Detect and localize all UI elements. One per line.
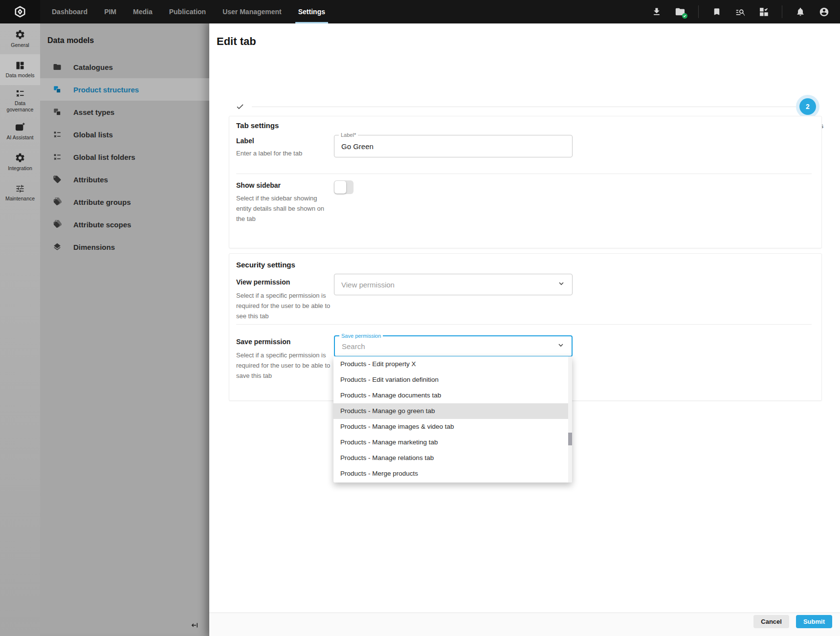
app-root: Dashboard PIM Media Publication User Man… <box>0 0 840 636</box>
bookmark-icon[interactable] <box>711 6 722 17</box>
nav-publication[interactable]: Publication <box>169 0 206 23</box>
grid-check-icon[interactable] <box>758 6 769 17</box>
rail-label-data-governance: Data governance <box>0 100 40 112</box>
sidebar-item-catalogues[interactable]: Catalogues <box>40 56 209 78</box>
sidebar-item-global-lists[interactable]: Global lists <box>40 123 209 146</box>
sliders-icon <box>15 184 25 194</box>
step-1-complete-icon[interactable] <box>236 102 244 113</box>
rail-item-ai-assistant[interactable]: AI AI Assistant <box>0 116 40 147</box>
dropdown-option[interactable]: Products - Manage relations tab <box>333 450 572 466</box>
nav-separator <box>698 5 699 18</box>
chevron-down-icon <box>557 280 565 289</box>
sidebar-item-label: Global lists <box>73 131 113 139</box>
save-permission-floating-label: Save permission <box>339 333 383 339</box>
collapse-left-icon <box>190 621 199 630</box>
tags-icon <box>53 197 62 206</box>
chevron-down-icon <box>557 341 565 351</box>
view-permission-row-title: View permission <box>236 278 290 286</box>
sidebar-item-attributes[interactable]: Attributes <box>40 168 209 191</box>
sidebar-collapse-button[interactable] <box>189 619 200 631</box>
edit-tab-overlay: Edit tab 2 Tab type Tab settings Tab set… <box>209 23 840 636</box>
ai-assistant-icon: AI <box>15 122 25 132</box>
nav-icon-group <box>651 5 840 18</box>
hexagon-logo-icon <box>14 5 26 18</box>
sidebar-item-dimensions[interactable]: Dimensions <box>40 236 209 258</box>
show-sidebar-toggle[interactable] <box>334 180 354 194</box>
tab-settings-heading: Tab settings <box>236 121 279 130</box>
sidebar-item-label: Attribute scopes <box>73 220 131 229</box>
dropdown-option[interactable]: Products - Edit variation definition <box>333 372 572 388</box>
label-row-title: Label <box>236 137 254 145</box>
sidebar-item-label: Asset types <box>73 108 114 116</box>
save-permission-row-title: Save permission <box>236 338 290 346</box>
account-icon[interactable] <box>818 6 829 17</box>
folder-check-icon[interactable] <box>675 6 685 17</box>
sidebar-item-label: Dimensions <box>73 243 115 251</box>
rail-item-data-models[interactable]: Data models <box>0 54 40 85</box>
primary-nav: Dashboard PIM Media Publication User Man… <box>52 0 325 23</box>
bell-icon[interactable] <box>795 6 806 17</box>
cubes-icon <box>53 85 62 94</box>
sidebar-item-attribute-groups[interactable]: Attribute groups <box>40 191 209 213</box>
sidebar-item-product-structures[interactable]: Product structures <box>40 78 209 101</box>
label-input[interactable] <box>334 135 572 157</box>
sidebar-item-attribute-scopes[interactable]: Attribute scopes <box>40 213 209 236</box>
dropdown-option[interactable]: Products - Manage documents tab <box>333 388 572 403</box>
layers-icon <box>53 242 62 251</box>
view-permission-select[interactable]: View permission <box>334 274 573 295</box>
app-logo[interactable] <box>0 0 40 23</box>
view-permission-placeholder: View permission <box>341 281 395 289</box>
row-divider <box>236 174 812 174</box>
list-icon <box>53 153 62 161</box>
rail-label-data-models: Data models <box>5 72 36 78</box>
stepper-connector <box>252 107 797 107</box>
download-icon[interactable] <box>651 6 662 17</box>
data-governance-icon <box>15 88 25 98</box>
label-field-floating-label: Label* <box>339 132 358 138</box>
search-list-icon[interactable] <box>735 6 746 17</box>
dropdown-option-highlighted[interactable]: Products - Manage go green tab <box>333 403 572 419</box>
nav-user-management[interactable]: User Management <box>222 0 282 23</box>
toggle-thumb <box>334 181 346 194</box>
dropdown-option[interactable]: Products - Manage marketing tab <box>333 435 572 450</box>
step-2-indicator[interactable]: 2 <box>799 98 816 115</box>
nav-pim[interactable]: PIM <box>104 0 116 23</box>
label-row-description: Enter a label for the tab <box>236 149 332 159</box>
sidebar-item-global-list-folders[interactable]: Global list folders <box>40 146 209 168</box>
green-check-badge <box>682 13 687 19</box>
cubes-icon <box>53 108 62 116</box>
sidebar-item-label: Product structures <box>73 86 139 94</box>
dropdown-option[interactable]: Products - Merge products <box>333 466 572 482</box>
dropdown-scrollbar-thumb[interactable] <box>568 433 572 445</box>
dropdown-option[interactable]: Products - Edit property X <box>333 356 572 372</box>
show-sidebar-row-description: Select if the sidebar showing entity det… <box>236 194 332 224</box>
save-permission-search-input[interactable] <box>342 342 557 351</box>
rail-item-integration[interactable]: Integration <box>0 147 40 177</box>
submit-button[interactable]: Submit <box>796 615 832 628</box>
nav-media[interactable]: Media <box>133 0 153 23</box>
edit-tab-panel: Edit tab 2 Tab type Tab settings Tab set… <box>209 23 840 613</box>
tab-settings-card: Tab settings Label Enter a label for the… <box>229 116 822 248</box>
rail-item-maintenance[interactable]: Maintenance <box>0 177 40 208</box>
sidebar-item-asset-types[interactable]: Asset types <box>40 101 209 123</box>
data-models-sidebar: Data models Catalogues Product structure… <box>40 23 209 636</box>
save-permission-select[interactable]: Save permission <box>334 335 573 357</box>
top-navigation: Dashboard PIM Media Publication User Man… <box>0 0 840 23</box>
sidebar-item-label: Global list folders <box>73 153 135 161</box>
nav-settings[interactable]: Settings <box>298 0 325 23</box>
row-divider <box>236 324 812 325</box>
dropdown-scrollbar-track[interactable] <box>568 356 572 482</box>
rail-item-general[interactable]: General <box>0 23 40 54</box>
list-icon <box>53 130 62 139</box>
sidebar-item-label: Attribute groups <box>73 198 131 206</box>
data-models-icon <box>15 61 25 70</box>
dropdown-option[interactable]: Products - Manage images & video tab <box>333 419 572 435</box>
show-sidebar-row-title: Show sidebar <box>236 181 281 189</box>
nav-dashboard[interactable]: Dashboard <box>52 0 88 23</box>
sidebar-item-label: Catalogues <box>73 63 113 71</box>
gear-icon <box>15 29 25 40</box>
cancel-button[interactable]: Cancel <box>753 615 789 628</box>
sidebar-item-label: Attributes <box>73 175 108 184</box>
nav-separator <box>782 5 782 18</box>
rail-item-data-governance[interactable]: Data governance <box>0 85 40 116</box>
